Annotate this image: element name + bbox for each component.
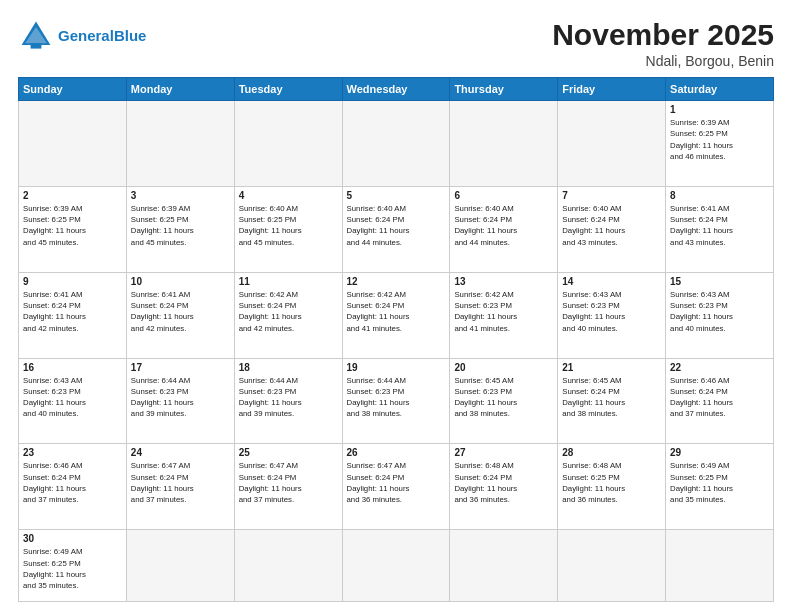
day-info: Sunrise: 6:40 AM Sunset: 6:24 PM Dayligh… bbox=[347, 203, 446, 248]
calendar-table: SundayMondayTuesdayWednesdayThursdayFrid… bbox=[18, 77, 774, 602]
logo-blue: Blue bbox=[114, 27, 147, 44]
calendar-cell: 10Sunrise: 6:41 AM Sunset: 6:24 PM Dayli… bbox=[126, 272, 234, 358]
calendar-cell bbox=[342, 101, 450, 187]
day-number: 1 bbox=[670, 104, 769, 115]
calendar-cell bbox=[234, 530, 342, 602]
day-info: Sunrise: 6:39 AM Sunset: 6:25 PM Dayligh… bbox=[23, 203, 122, 248]
location-title: Ndali, Borgou, Benin bbox=[552, 53, 774, 69]
day-info: Sunrise: 6:41 AM Sunset: 6:24 PM Dayligh… bbox=[23, 289, 122, 334]
day-number: 27 bbox=[454, 447, 553, 458]
day-number: 9 bbox=[23, 276, 122, 287]
day-info: Sunrise: 6:42 AM Sunset: 6:23 PM Dayligh… bbox=[454, 289, 553, 334]
day-number: 23 bbox=[23, 447, 122, 458]
calendar-cell: 12Sunrise: 6:42 AM Sunset: 6:24 PM Dayli… bbox=[342, 272, 450, 358]
calendar-cell: 11Sunrise: 6:42 AM Sunset: 6:24 PM Dayli… bbox=[234, 272, 342, 358]
day-info: Sunrise: 6:48 AM Sunset: 6:24 PM Dayligh… bbox=[454, 460, 553, 505]
day-number: 7 bbox=[562, 190, 661, 201]
day-number: 22 bbox=[670, 362, 769, 373]
day-number: 17 bbox=[131, 362, 230, 373]
calendar-cell bbox=[126, 101, 234, 187]
logo-icon bbox=[18, 18, 54, 54]
col-header-monday: Monday bbox=[126, 78, 234, 101]
day-number: 5 bbox=[347, 190, 446, 201]
calendar-cell: 7Sunrise: 6:40 AM Sunset: 6:24 PM Daylig… bbox=[558, 186, 666, 272]
day-info: Sunrise: 6:42 AM Sunset: 6:24 PM Dayligh… bbox=[347, 289, 446, 334]
day-info: Sunrise: 6:40 AM Sunset: 6:25 PM Dayligh… bbox=[239, 203, 338, 248]
day-info: Sunrise: 6:47 AM Sunset: 6:24 PM Dayligh… bbox=[239, 460, 338, 505]
day-info: Sunrise: 6:43 AM Sunset: 6:23 PM Dayligh… bbox=[562, 289, 661, 334]
day-info: Sunrise: 6:45 AM Sunset: 6:23 PM Dayligh… bbox=[454, 375, 553, 420]
day-info: Sunrise: 6:43 AM Sunset: 6:23 PM Dayligh… bbox=[670, 289, 769, 334]
day-number: 12 bbox=[347, 276, 446, 287]
day-number: 18 bbox=[239, 362, 338, 373]
day-info: Sunrise: 6:44 AM Sunset: 6:23 PM Dayligh… bbox=[239, 375, 338, 420]
calendar-cell: 8Sunrise: 6:41 AM Sunset: 6:24 PM Daylig… bbox=[666, 186, 774, 272]
day-info: Sunrise: 6:45 AM Sunset: 6:24 PM Dayligh… bbox=[562, 375, 661, 420]
day-info: Sunrise: 6:49 AM Sunset: 6:25 PM Dayligh… bbox=[23, 546, 122, 591]
day-info: Sunrise: 6:46 AM Sunset: 6:24 PM Dayligh… bbox=[670, 375, 769, 420]
calendar-cell: 18Sunrise: 6:44 AM Sunset: 6:23 PM Dayli… bbox=[234, 358, 342, 444]
calendar-cell: 6Sunrise: 6:40 AM Sunset: 6:24 PM Daylig… bbox=[450, 186, 558, 272]
day-info: Sunrise: 6:43 AM Sunset: 6:23 PM Dayligh… bbox=[23, 375, 122, 420]
day-number: 26 bbox=[347, 447, 446, 458]
calendar-cell bbox=[234, 101, 342, 187]
calendar-cell bbox=[342, 530, 450, 602]
day-info: Sunrise: 6:48 AM Sunset: 6:25 PM Dayligh… bbox=[562, 460, 661, 505]
month-title: November 2025 bbox=[552, 18, 774, 51]
header: GeneralBlue November 2025 Ndali, Borgou,… bbox=[18, 18, 774, 69]
day-info: Sunrise: 6:39 AM Sunset: 6:25 PM Dayligh… bbox=[670, 117, 769, 162]
day-info: Sunrise: 6:49 AM Sunset: 6:25 PM Dayligh… bbox=[670, 460, 769, 505]
day-number: 14 bbox=[562, 276, 661, 287]
calendar-cell bbox=[450, 101, 558, 187]
day-number: 4 bbox=[239, 190, 338, 201]
day-number: 3 bbox=[131, 190, 230, 201]
col-header-thursday: Thursday bbox=[450, 78, 558, 101]
day-info: Sunrise: 6:40 AM Sunset: 6:24 PM Dayligh… bbox=[562, 203, 661, 248]
calendar-cell: 24Sunrise: 6:47 AM Sunset: 6:24 PM Dayli… bbox=[126, 444, 234, 530]
calendar-week-row: 16Sunrise: 6:43 AM Sunset: 6:23 PM Dayli… bbox=[19, 358, 774, 444]
calendar-header-row: SundayMondayTuesdayWednesdayThursdayFrid… bbox=[19, 78, 774, 101]
calendar-cell: 22Sunrise: 6:46 AM Sunset: 6:24 PM Dayli… bbox=[666, 358, 774, 444]
page: GeneralBlue November 2025 Ndali, Borgou,… bbox=[0, 0, 792, 612]
calendar-cell: 25Sunrise: 6:47 AM Sunset: 6:24 PM Dayli… bbox=[234, 444, 342, 530]
day-info: Sunrise: 6:44 AM Sunset: 6:23 PM Dayligh… bbox=[131, 375, 230, 420]
calendar-cell: 17Sunrise: 6:44 AM Sunset: 6:23 PM Dayli… bbox=[126, 358, 234, 444]
col-header-friday: Friday bbox=[558, 78, 666, 101]
day-info: Sunrise: 6:44 AM Sunset: 6:23 PM Dayligh… bbox=[347, 375, 446, 420]
day-number: 24 bbox=[131, 447, 230, 458]
calendar-cell: 4Sunrise: 6:40 AM Sunset: 6:25 PM Daylig… bbox=[234, 186, 342, 272]
calendar-week-row: 2Sunrise: 6:39 AM Sunset: 6:25 PM Daylig… bbox=[19, 186, 774, 272]
day-number: 15 bbox=[670, 276, 769, 287]
col-header-tuesday: Tuesday bbox=[234, 78, 342, 101]
calendar-cell: 21Sunrise: 6:45 AM Sunset: 6:24 PM Dayli… bbox=[558, 358, 666, 444]
day-number: 2 bbox=[23, 190, 122, 201]
day-number: 8 bbox=[670, 190, 769, 201]
calendar-week-row: 1Sunrise: 6:39 AM Sunset: 6:25 PM Daylig… bbox=[19, 101, 774, 187]
day-info: Sunrise: 6:46 AM Sunset: 6:24 PM Dayligh… bbox=[23, 460, 122, 505]
calendar-cell: 19Sunrise: 6:44 AM Sunset: 6:23 PM Dayli… bbox=[342, 358, 450, 444]
day-number: 19 bbox=[347, 362, 446, 373]
day-info: Sunrise: 6:39 AM Sunset: 6:25 PM Dayligh… bbox=[131, 203, 230, 248]
calendar-cell: 1Sunrise: 6:39 AM Sunset: 6:25 PM Daylig… bbox=[666, 101, 774, 187]
calendar-cell: 14Sunrise: 6:43 AM Sunset: 6:23 PM Dayli… bbox=[558, 272, 666, 358]
day-number: 29 bbox=[670, 447, 769, 458]
day-number: 28 bbox=[562, 447, 661, 458]
calendar-cell: 27Sunrise: 6:48 AM Sunset: 6:24 PM Dayli… bbox=[450, 444, 558, 530]
calendar-week-row: 23Sunrise: 6:46 AM Sunset: 6:24 PM Dayli… bbox=[19, 444, 774, 530]
calendar-cell: 15Sunrise: 6:43 AM Sunset: 6:23 PM Dayli… bbox=[666, 272, 774, 358]
svg-rect-2 bbox=[31, 43, 42, 48]
calendar-week-row: 30Sunrise: 6:49 AM Sunset: 6:25 PM Dayli… bbox=[19, 530, 774, 602]
calendar-cell bbox=[666, 530, 774, 602]
calendar-cell: 2Sunrise: 6:39 AM Sunset: 6:25 PM Daylig… bbox=[19, 186, 127, 272]
day-info: Sunrise: 6:41 AM Sunset: 6:24 PM Dayligh… bbox=[670, 203, 769, 248]
day-info: Sunrise: 6:42 AM Sunset: 6:24 PM Dayligh… bbox=[239, 289, 338, 334]
title-block: November 2025 Ndali, Borgou, Benin bbox=[552, 18, 774, 69]
day-number: 13 bbox=[454, 276, 553, 287]
calendar-cell: 29Sunrise: 6:49 AM Sunset: 6:25 PM Dayli… bbox=[666, 444, 774, 530]
calendar-cell: 20Sunrise: 6:45 AM Sunset: 6:23 PM Dayli… bbox=[450, 358, 558, 444]
logo-text: GeneralBlue bbox=[58, 28, 146, 45]
day-number: 21 bbox=[562, 362, 661, 373]
calendar-cell: 9Sunrise: 6:41 AM Sunset: 6:24 PM Daylig… bbox=[19, 272, 127, 358]
col-header-wednesday: Wednesday bbox=[342, 78, 450, 101]
day-number: 10 bbox=[131, 276, 230, 287]
